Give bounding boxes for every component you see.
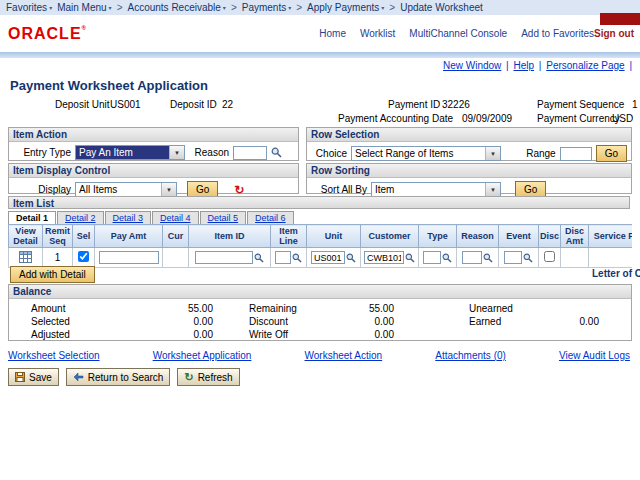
save-disk-icon: [15, 372, 25, 382]
link-sign-out[interactable]: Sign out: [594, 28, 634, 39]
reason-lookup-icon[interactable]: [271, 147, 282, 158]
entry-type-select[interactable]: Pay An Item ▼: [75, 145, 185, 160]
reason-row-lookup-icon[interactable]: [483, 253, 493, 263]
add-with-detail-button[interactable]: Add with Detail: [10, 266, 95, 283]
tab-detail-5[interactable]: Detail 5: [200, 211, 247, 224]
refresh-conversion-icon[interactable]: ↻: [234, 184, 244, 196]
tab-label: Detail 3: [113, 213, 144, 223]
unit-input[interactable]: [311, 251, 345, 264]
link-attachments[interactable]: Attachments (0): [435, 350, 506, 361]
deposit-unit-value: US001: [110, 99, 141, 110]
choice-select[interactable]: Select Range of Items ▼: [351, 146, 501, 161]
item-action-box: Item Action Entry Type Pay An Item ▼ Rea…: [8, 127, 299, 161]
range-input[interactable]: [560, 147, 592, 161]
row-selection-box: Row Selection Choice Select Range of Ite…: [306, 127, 632, 161]
col-customer: Customer: [361, 225, 419, 248]
breadcrumb-payments[interactable]: Payments ▾: [242, 2, 291, 13]
tab-detail-3[interactable]: Detail 3: [105, 211, 152, 224]
type-input[interactable]: [423, 251, 441, 264]
remaining-label: Remaining: [249, 303, 339, 314]
choice-label: Choice: [311, 148, 347, 159]
action-toolbar: Save Return to Search ↻ Refresh: [8, 368, 240, 386]
menu-main-menu[interactable]: Main Menu ▾: [57, 2, 111, 13]
chevron-down-icon: ▼: [485, 183, 500, 196]
link-add-to-favorites[interactable]: Add to Favorites: [521, 28, 594, 39]
display-selected-value: All Items: [76, 183, 161, 196]
tab-detail-1[interactable]: Detail 1: [8, 211, 56, 224]
link-multichannel-console[interactable]: MultiChannel Console: [409, 28, 507, 39]
deposit-id-label: Deposit ID: [170, 99, 217, 110]
link-worklist[interactable]: Worklist: [360, 28, 395, 39]
item-id-input[interactable]: [195, 251, 253, 264]
utility-links: New Window | Help | Personalize Page |: [441, 60, 632, 71]
display-select[interactable]: All Items ▼: [75, 182, 177, 197]
breadcrumb-bar: Favorites ▾ Main Menu ▾ > Accounts Recei…: [0, 0, 640, 15]
tab-label: Detail 4: [160, 213, 191, 223]
link-personalize-page[interactable]: Personalize Page: [546, 60, 624, 71]
chevron-down-icon: ▾: [109, 4, 112, 11]
link-view-audit-logs[interactable]: View Audit Logs: [559, 350, 630, 361]
link-help[interactable]: Help: [513, 60, 534, 71]
payment-accounting-date-label: Payment Accounting Date: [338, 113, 453, 124]
tab-detail-4[interactable]: Detail 4: [152, 211, 199, 224]
registered-mark: ®: [82, 25, 87, 31]
refresh-button[interactable]: ↻ Refresh: [177, 368, 239, 386]
page-title: Payment Worksheet Application: [10, 78, 208, 93]
col-sel: Sel: [73, 225, 95, 248]
view-detail-grid-icon[interactable]: [19, 251, 32, 263]
item-line-lookup-icon[interactable]: [292, 253, 302, 263]
payment-sequence-value: 1: [632, 99, 638, 110]
tab-detail-2[interactable]: Detail 2: [57, 211, 104, 224]
type-lookup-icon[interactable]: [442, 253, 452, 263]
remit-seq-value: 1: [43, 248, 73, 268]
row-sorting-box: Row Sorting Sort All By Item ▼ Go: [306, 163, 632, 194]
reason-input[interactable]: [233, 146, 267, 160]
oracle-logo: ORACLE®: [8, 25, 87, 43]
link-home[interactable]: Home: [319, 28, 346, 39]
payment-sequence-label: Payment Sequence: [537, 99, 624, 110]
write-off-value: 0.00: [339, 329, 394, 340]
customer-input[interactable]: [364, 251, 404, 264]
breadcrumb-apply-payments[interactable]: Apply Payments ▾: [307, 2, 384, 13]
col-event: Event: [499, 225, 539, 248]
link-worksheet-selection[interactable]: Worksheet Selection: [8, 350, 100, 361]
breadcrumb-update-worksheet[interactable]: Update Worksheet: [400, 2, 483, 13]
detail-tabs: Detail 1 Detail 2 Detail 3 Detail 4 Deta…: [8, 211, 295, 224]
payment-accounting-date-value: 09/09/2009: [462, 113, 512, 124]
payment-id-value: 32226: [442, 99, 470, 110]
col-view-detail: View Detail: [9, 225, 43, 248]
tab-detail-6[interactable]: Detail 6: [247, 211, 294, 224]
chevron-down-icon: ▾: [223, 4, 226, 11]
chevron-down-icon: ▼: [169, 146, 184, 159]
customer-lookup-icon[interactable]: [405, 253, 415, 263]
return-to-search-button[interactable]: Return to Search: [66, 368, 171, 386]
event-input[interactable]: [504, 251, 522, 264]
row-selection-go-button[interactable]: Go: [596, 145, 627, 162]
disc-checkbox[interactable]: [544, 251, 555, 262]
refresh-icon: ↻: [184, 371, 193, 384]
pay-amt-input[interactable]: [99, 251, 159, 264]
event-lookup-icon[interactable]: [523, 253, 533, 263]
return-to-search-label: Return to Search: [88, 372, 164, 383]
sel-checkbox[interactable]: [78, 251, 89, 262]
reason-row-input[interactable]: [462, 251, 482, 264]
amount-value: 55.00: [151, 303, 213, 314]
menu-favorites[interactable]: Favorites ▾: [6, 2, 52, 13]
link-worksheet-action[interactable]: Worksheet Action: [305, 350, 383, 361]
breadcrumb-accounts-receivable[interactable]: Accounts Receivable ▾: [127, 2, 225, 13]
grid-header-row: View Detail Remit Seq Sel Pay Amt Cur It…: [9, 225, 633, 248]
discount-value: 0.00: [339, 316, 394, 327]
app-header: ORACLE® Home Worklist MultiChannel Conso…: [0, 15, 640, 52]
link-new-window[interactable]: New Window: [443, 60, 501, 71]
tab-label: Detail 5: [208, 213, 239, 223]
item-list-grid: View Detail Remit Seq Sel Pay Amt Cur It…: [8, 224, 632, 268]
row-selection-title: Row Selection: [307, 128, 631, 142]
link-worksheet-application[interactable]: Worksheet Application: [153, 350, 252, 361]
save-button[interactable]: Save: [8, 368, 59, 386]
item-line-input[interactable]: [275, 251, 291, 264]
pipe-separator: |: [506, 60, 509, 71]
unit-lookup-icon[interactable]: [346, 253, 356, 263]
sort-all-by-select[interactable]: Item ▼: [371, 182, 501, 197]
entry-type-selected-value: Pay An Item: [76, 146, 169, 159]
item-id-lookup-icon[interactable]: [254, 253, 264, 263]
